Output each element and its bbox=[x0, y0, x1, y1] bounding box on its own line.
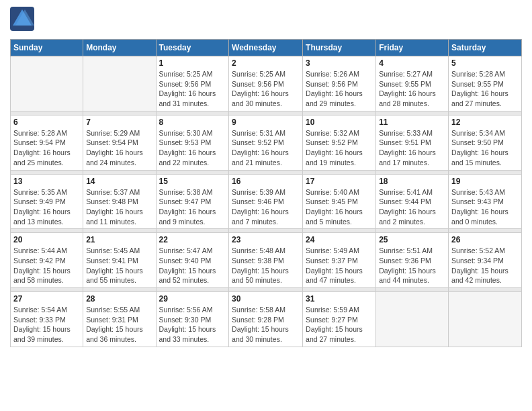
calendar-day-cell: 17Sunrise: 5:40 AM Sunset: 9:45 PM Dayli… bbox=[303, 174, 376, 229]
day-info: Sunrise: 5:30 AM Sunset: 9:53 PM Dayligh… bbox=[159, 128, 226, 168]
calendar-day-cell: 25Sunrise: 5:51 AM Sunset: 9:36 PM Dayli… bbox=[376, 233, 449, 288]
day-header-sunday: Sunday bbox=[11, 40, 83, 56]
calendar-day-cell bbox=[449, 292, 522, 347]
calendar-day-cell: 1Sunrise: 5:25 AM Sunset: 9:56 PM Daylig… bbox=[156, 56, 229, 111]
day-info: Sunrise: 5:25 AM Sunset: 9:56 PM Dayligh… bbox=[159, 69, 226, 109]
calendar-day-cell: 29Sunrise: 5:56 AM Sunset: 9:30 PM Dayli… bbox=[156, 292, 229, 347]
day-info: Sunrise: 5:58 AM Sunset: 9:28 PM Dayligh… bbox=[232, 305, 300, 345]
day-number: 26 bbox=[451, 235, 519, 244]
calendar-day-cell: 6Sunrise: 5:28 AM Sunset: 9:54 PM Daylig… bbox=[11, 115, 83, 170]
calendar-week-row: 20Sunrise: 5:44 AM Sunset: 9:42 PM Dayli… bbox=[11, 233, 522, 288]
day-info: Sunrise: 5:31 AM Sunset: 9:52 PM Dayligh… bbox=[232, 128, 300, 168]
day-info: Sunrise: 5:39 AM Sunset: 9:46 PM Dayligh… bbox=[232, 187, 300, 227]
day-info: Sunrise: 5:54 AM Sunset: 9:33 PM Dayligh… bbox=[13, 305, 80, 345]
day-info: Sunrise: 5:38 AM Sunset: 9:47 PM Dayligh… bbox=[159, 187, 226, 227]
day-number: 13 bbox=[13, 177, 80, 186]
day-number: 1 bbox=[159, 58, 226, 68]
day-info: Sunrise: 5:33 AM Sunset: 9:51 PM Dayligh… bbox=[379, 128, 445, 168]
calendar-day-cell: 5Sunrise: 5:28 AM Sunset: 9:55 PM Daylig… bbox=[449, 56, 522, 111]
day-info: Sunrise: 5:35 AM Sunset: 9:49 PM Dayligh… bbox=[13, 187, 80, 227]
day-info: Sunrise: 5:48 AM Sunset: 9:38 PM Dayligh… bbox=[232, 246, 300, 285]
day-number: 19 bbox=[451, 177, 519, 186]
day-info: Sunrise: 5:55 AM Sunset: 9:31 PM Dayligh… bbox=[86, 305, 152, 345]
calendar-day-cell: 28Sunrise: 5:55 AM Sunset: 9:31 PM Dayli… bbox=[83, 292, 156, 347]
day-header-saturday: Saturday bbox=[449, 40, 522, 56]
day-number: 6 bbox=[13, 118, 80, 127]
calendar-day-cell: 16Sunrise: 5:39 AM Sunset: 9:46 PM Dayli… bbox=[229, 174, 303, 229]
calendar-day-cell: 13Sunrise: 5:35 AM Sunset: 9:49 PM Dayli… bbox=[11, 174, 83, 229]
calendar-day-cell: 19Sunrise: 5:43 AM Sunset: 9:43 PM Dayli… bbox=[449, 174, 522, 229]
day-number: 10 bbox=[306, 118, 373, 127]
calendar-day-cell: 18Sunrise: 5:41 AM Sunset: 9:44 PM Dayli… bbox=[376, 174, 449, 229]
day-number: 7 bbox=[86, 118, 152, 127]
day-header-wednesday: Wednesday bbox=[229, 40, 303, 56]
day-info: Sunrise: 5:51 AM Sunset: 9:36 PM Dayligh… bbox=[379, 246, 445, 285]
calendar-day-cell bbox=[376, 292, 449, 347]
calendar-day-cell: 9Sunrise: 5:31 AM Sunset: 9:52 PM Daylig… bbox=[229, 115, 303, 170]
day-number: 5 bbox=[451, 58, 519, 68]
day-info: Sunrise: 5:28 AM Sunset: 9:55 PM Dayligh… bbox=[451, 69, 519, 109]
day-number: 29 bbox=[159, 294, 226, 304]
calendar-day-cell: 31Sunrise: 5:59 AM Sunset: 9:27 PM Dayli… bbox=[303, 292, 376, 347]
calendar-header-row: SundayMondayTuesdayWednesdayThursdayFrid… bbox=[11, 40, 522, 56]
calendar-week-row: 1Sunrise: 5:25 AM Sunset: 9:56 PM Daylig… bbox=[11, 56, 522, 111]
calendar-day-cell: 2Sunrise: 5:25 AM Sunset: 9:56 PM Daylig… bbox=[229, 56, 303, 111]
day-info: Sunrise: 5:32 AM Sunset: 9:52 PM Dayligh… bbox=[306, 128, 373, 168]
calendar-day-cell: 3Sunrise: 5:26 AM Sunset: 9:56 PM Daylig… bbox=[303, 56, 376, 111]
day-number: 12 bbox=[451, 118, 519, 127]
day-header-monday: Monday bbox=[83, 40, 156, 56]
day-number: 2 bbox=[232, 58, 300, 68]
day-number: 15 bbox=[159, 177, 226, 186]
day-info: Sunrise: 5:29 AM Sunset: 9:54 PM Dayligh… bbox=[86, 128, 152, 168]
day-header-friday: Friday bbox=[376, 40, 449, 56]
day-number: 27 bbox=[13, 294, 80, 304]
day-info: Sunrise: 5:45 AM Sunset: 9:41 PM Dayligh… bbox=[86, 246, 152, 285]
day-number: 14 bbox=[86, 177, 152, 186]
day-info: Sunrise: 5:40 AM Sunset: 9:45 PM Dayligh… bbox=[306, 187, 373, 227]
day-info: Sunrise: 5:52 AM Sunset: 9:34 PM Dayligh… bbox=[451, 246, 519, 285]
day-info: Sunrise: 5:59 AM Sunset: 9:27 PM Dayligh… bbox=[306, 305, 373, 345]
logo-icon bbox=[10, 7, 34, 31]
day-number: 4 bbox=[379, 58, 445, 68]
day-info: Sunrise: 5:28 AM Sunset: 9:54 PM Dayligh… bbox=[13, 128, 80, 168]
day-number: 17 bbox=[306, 177, 373, 186]
calendar-day-cell: 22Sunrise: 5:47 AM Sunset: 9:40 PM Dayli… bbox=[156, 233, 229, 288]
day-header-tuesday: Tuesday bbox=[156, 40, 229, 56]
calendar-day-cell: 20Sunrise: 5:44 AM Sunset: 9:42 PM Dayli… bbox=[11, 233, 83, 288]
day-number: 24 bbox=[306, 235, 373, 244]
day-number: 22 bbox=[159, 235, 226, 244]
calendar-day-cell: 7Sunrise: 5:29 AM Sunset: 9:54 PM Daylig… bbox=[83, 115, 156, 170]
day-header-thursday: Thursday bbox=[303, 40, 376, 56]
calendar-day-cell: 26Sunrise: 5:52 AM Sunset: 9:34 PM Dayli… bbox=[449, 233, 522, 288]
calendar-week-row: 13Sunrise: 5:35 AM Sunset: 9:49 PM Dayli… bbox=[11, 174, 522, 229]
logo bbox=[10, 7, 37, 34]
calendar-day-cell bbox=[83, 56, 156, 111]
calendar-day-cell: 14Sunrise: 5:37 AM Sunset: 9:48 PM Dayli… bbox=[83, 174, 156, 229]
day-info: Sunrise: 5:27 AM Sunset: 9:55 PM Dayligh… bbox=[379, 69, 445, 109]
day-info: Sunrise: 5:44 AM Sunset: 9:42 PM Dayligh… bbox=[13, 246, 80, 285]
day-number: 18 bbox=[379, 177, 445, 186]
calendar-day-cell: 24Sunrise: 5:49 AM Sunset: 9:37 PM Dayli… bbox=[303, 233, 376, 288]
day-number: 20 bbox=[13, 235, 80, 244]
calendar-day-cell: 4Sunrise: 5:27 AM Sunset: 9:55 PM Daylig… bbox=[376, 56, 449, 111]
day-number: 23 bbox=[232, 235, 300, 244]
calendar-week-row: 27Sunrise: 5:54 AM Sunset: 9:33 PM Dayli… bbox=[11, 292, 522, 347]
day-info: Sunrise: 5:34 AM Sunset: 9:50 PM Dayligh… bbox=[451, 128, 519, 168]
day-info: Sunrise: 5:41 AM Sunset: 9:44 PM Dayligh… bbox=[379, 187, 445, 227]
calendar-day-cell: 10Sunrise: 5:32 AM Sunset: 9:52 PM Dayli… bbox=[303, 115, 376, 170]
day-number: 25 bbox=[379, 235, 445, 244]
day-info: Sunrise: 5:49 AM Sunset: 9:37 PM Dayligh… bbox=[306, 246, 373, 285]
day-number: 30 bbox=[232, 294, 300, 304]
calendar-day-cell bbox=[11, 56, 83, 111]
calendar-day-cell: 23Sunrise: 5:48 AM Sunset: 9:38 PM Dayli… bbox=[229, 233, 303, 288]
day-info: Sunrise: 5:43 AM Sunset: 9:43 PM Dayligh… bbox=[451, 187, 519, 227]
day-number: 8 bbox=[159, 118, 226, 127]
day-info: Sunrise: 5:37 AM Sunset: 9:48 PM Dayligh… bbox=[86, 187, 152, 227]
calendar-day-cell: 12Sunrise: 5:34 AM Sunset: 9:50 PM Dayli… bbox=[449, 115, 522, 170]
calendar-table: SundayMondayTuesdayWednesdayThursdayFrid… bbox=[10, 39, 522, 347]
calendar-day-cell: 15Sunrise: 5:38 AM Sunset: 9:47 PM Dayli… bbox=[156, 174, 229, 229]
day-number: 16 bbox=[232, 177, 300, 186]
day-number: 21 bbox=[86, 235, 152, 244]
day-info: Sunrise: 5:47 AM Sunset: 9:40 PM Dayligh… bbox=[159, 246, 226, 285]
day-number: 9 bbox=[232, 118, 300, 127]
